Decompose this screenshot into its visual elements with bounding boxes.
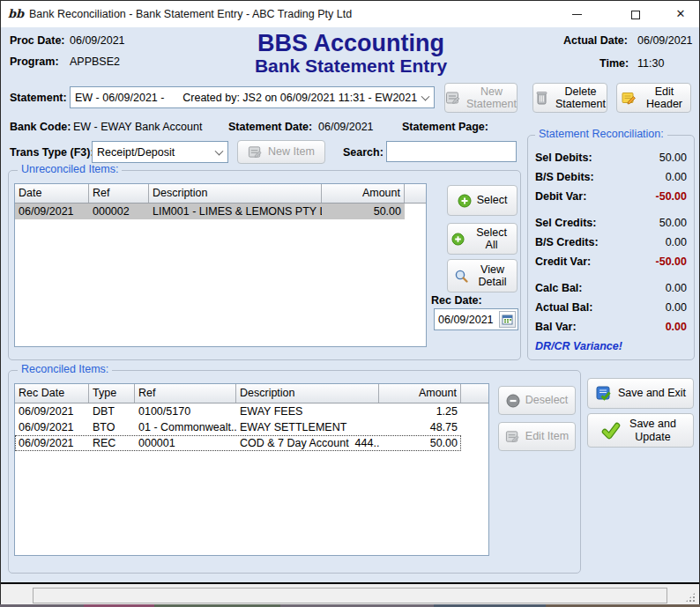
view-detail-button[interactable]: View Detail — [447, 259, 518, 292]
save-exit-icon — [595, 385, 613, 403]
cell-description: COD & 7 Day Account 444... — [236, 437, 379, 449]
column-header-description[interactable]: Description — [149, 184, 322, 203]
trans-type-combobox[interactable]: Receipt/Deposit — [92, 141, 228, 163]
cell-rec-date: 06/09/2021 — [15, 437, 89, 449]
column-header-ref[interactable]: Ref — [89, 184, 149, 203]
table-row[interactable]: 06/09/2021 BTO 01 - Commonwealt... EWAY … — [15, 419, 461, 435]
new-item-button[interactable]: New Item — [237, 140, 325, 164]
plus-circle-icon — [451, 233, 465, 246]
delete-statement-button[interactable]: Delete Statement — [532, 83, 607, 113]
column-header-rec-date[interactable]: Rec Date — [15, 384, 89, 403]
app-title: BBS Accounting — [175, 30, 527, 57]
variance-note: DR/CR Variance! — [528, 337, 694, 352]
edit-item-label: Edit Item — [525, 430, 569, 442]
cell-rec-date: 06/09/2021 — [15, 421, 89, 433]
statement-reconciliation-group: Statement Reconciliation: Sel Debits: 50… — [527, 135, 695, 360]
calendar-icon — [502, 314, 513, 325]
trans-type-label: Trans Type (F3): — [10, 146, 94, 159]
search-label: Search: — [343, 146, 384, 159]
select-all-label: Select All — [470, 226, 513, 252]
rec-date-input[interactable]: 06/09/2021 — [434, 308, 518, 330]
status-bar — [1, 584, 699, 605]
new-item-label: New Item — [268, 145, 315, 158]
sel-debits-value: 50.00 — [659, 152, 687, 164]
cell-amount: 1.25 — [379, 405, 461, 418]
debit-var-row: Debit Var: -50.00 — [528, 187, 694, 206]
plus-circle-icon — [458, 194, 472, 208]
actual-date-label: Actual Date: — [563, 34, 628, 47]
delete-statement-label: Delete Statement — [555, 85, 606, 111]
save-and-update-button[interactable]: Save and Update — [587, 413, 694, 448]
close-button[interactable]: ✕ — [660, 1, 700, 27]
search-input[interactable] — [386, 141, 517, 162]
calendar-picker-button[interactable] — [499, 311, 516, 328]
chevron-down-icon — [421, 92, 430, 100]
bs-credits-row: B/S Credits: 0.00 — [528, 233, 694, 252]
calc-bal-label: Calc Bal: — [535, 282, 583, 294]
table-row[interactable]: 06/09/2021 DBT 0100/5170 EWAY FEES 1.25 — [15, 403, 461, 419]
statement-combobox[interactable]: EW - 06/09/2021 - Created by: JS2 on 06/… — [70, 86, 435, 108]
maximize-button[interactable] — [615, 1, 656, 27]
cell-ref: 0100/5170 — [135, 405, 236, 418]
save-and-exit-button[interactable]: Save and Exit — [587, 378, 694, 409]
bs-debits-label: B/S Debits: — [535, 171, 594, 183]
calc-bal-row: Calc Bal: 0.00 — [528, 278, 694, 298]
reconciled-items-title: Reconciled Items: — [18, 363, 112, 375]
credit-var-row: Credit Var: -50.00 — [528, 252, 694, 271]
window-title: Bank Reconciliation - Bank Statement Ent… — [29, 1, 352, 27]
reconciled-items-table: Rec Date Type Ref Description Amount 06/… — [14, 383, 489, 556]
column-header-description[interactable]: Description — [236, 384, 379, 403]
magnifier-icon — [454, 269, 469, 284]
cell-date: 06/09/2021 — [15, 205, 89, 218]
cell-type: REC — [89, 437, 135, 449]
statement-date-value: 06/09/2021 — [318, 121, 374, 133]
edit-header-button[interactable]: Edit Header — [616, 83, 691, 113]
maximize-icon — [631, 11, 640, 19]
select-label: Select — [477, 194, 508, 206]
new-statement-button[interactable]: New Statement — [444, 83, 518, 113]
column-header-ref[interactable]: Ref — [135, 384, 236, 403]
column-header-type[interactable]: Type — [89, 384, 135, 403]
actual-bal-label: Actual Bal: — [535, 301, 592, 314]
table-row[interactable]: 06/09/2021 000002 LIM001 - LIMES & LEMON… — [15, 204, 405, 219]
minimize-button[interactable] — [556, 1, 597, 27]
actual-bal-row: Actual Bal: 0.00 — [528, 298, 694, 317]
save-and-exit-label: Save and Exit — [618, 387, 686, 399]
column-header-date[interactable]: Date — [15, 184, 89, 203]
sel-debits-row: Sel Debits: 50.00 — [528, 148, 694, 167]
unreconciled-items-table: Date Ref Description Amount 06/09/2021 0… — [14, 183, 427, 347]
sel-debits-label: Sel Debits: — [535, 152, 592, 164]
new-item-icon — [248, 144, 263, 159]
edit-item-button[interactable]: Edit Item — [498, 422, 576, 451]
statement-label: Statement: — [10, 92, 67, 104]
column-header-amount[interactable]: Amount — [322, 184, 405, 203]
debit-var-value: -50.00 — [656, 190, 687, 203]
cell-type: BTO — [89, 421, 135, 433]
actual-bal-value: 0.00 — [666, 301, 687, 314]
select-button[interactable]: Select — [447, 185, 518, 216]
resize-grip[interactable] — [685, 592, 696, 603]
edit-item-icon — [505, 429, 520, 444]
save-and-update-label: Save and Update — [626, 418, 681, 443]
bal-var-value: 0.00 — [666, 321, 687, 333]
cell-type: DBT — [89, 405, 135, 418]
new-statement-icon — [445, 90, 461, 106]
table-row[interactable]: 06/09/2021 REC 000001 COD & 7 Day Accoun… — [15, 435, 461, 451]
column-header-amount[interactable]: Amount — [379, 384, 461, 403]
cell-ref: 000002 — [89, 205, 149, 218]
reconciled-table-header: Rec Date Type Ref Description Amount — [15, 384, 488, 403]
bs-debits-row: B/S Debits: 0.00 — [528, 167, 694, 187]
statement-reconciliation-title: Statement Reconciliation: — [535, 128, 667, 140]
rec-date-value: 06/09/2021 — [438, 314, 494, 326]
sel-credits-value: 50.00 — [659, 217, 687, 229]
reconciled-items-group: Reconciled Items: Rec Date Type Ref Desc… — [8, 370, 581, 574]
title-bar: bb Bank Reconciliation - Bank Statement … — [1, 1, 699, 27]
cell-amount: 50.00 — [322, 205, 405, 218]
status-panel — [33, 588, 667, 603]
proc-date-label: Proc Date: — [10, 34, 65, 47]
bank-code-value: EW - EWAY Bank Account — [73, 121, 202, 133]
select-all-button[interactable]: Select All — [447, 223, 518, 255]
screenshot-root: bb Bank Reconciliation - Bank Statement … — [0, 0, 700, 607]
cell-rec-date: 06/09/2021 — [15, 405, 89, 418]
deselect-button[interactable]: Deselect — [498, 386, 576, 415]
